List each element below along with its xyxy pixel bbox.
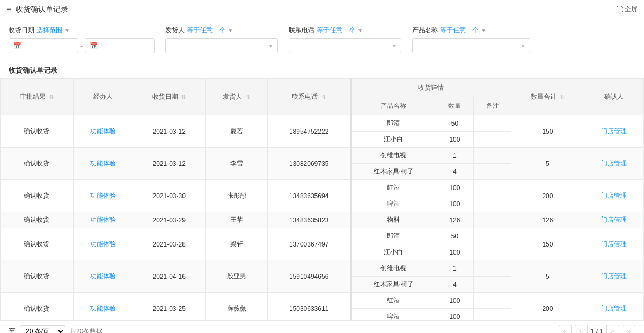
next-page-button[interactable]: > xyxy=(606,325,619,333)
cell-phone: 13700367497 xyxy=(267,228,350,260)
phone-filter-arrow[interactable]: ▼ xyxy=(357,27,363,33)
cell-product: 郎酒 xyxy=(351,115,436,132)
fullscreen-button[interactable]: ⛶ 全屏 xyxy=(616,5,638,14)
cell-sender: 王苹 xyxy=(206,212,267,228)
sort-result-icon[interactable]: ⇅ xyxy=(49,94,54,100)
cell-remark xyxy=(473,212,511,228)
total-text: 共20条数据 xyxy=(70,327,103,334)
footer-left: 至 20 条/页 50 条/页 100 条/页 共20条数据 xyxy=(9,325,103,333)
fullscreen-icon: ⛶ xyxy=(616,6,623,13)
cell-confirmer[interactable]: 门店管理 xyxy=(584,260,643,293)
filter-bar: 收货日期 选择范围 ▼ 📅 - 📅 发货人 等于任意一个 ▼ ▼ 联系电话 xyxy=(0,19,644,60)
sender-filter-label: 发货人 等于任意一个 ▼ xyxy=(165,26,278,35)
cell-total: 126 xyxy=(511,212,584,228)
header-left: ≡ 收货确认单记录 xyxy=(6,5,68,15)
cell-total: 5 xyxy=(511,260,584,293)
cell-result: 确认收货 xyxy=(1,260,74,293)
cell-product: 啤酒 xyxy=(351,309,436,321)
footer: 至 20 条/页 50 条/页 100 条/页 共20条数据 « < 1 / 1… xyxy=(0,320,644,333)
cell-total: 150 xyxy=(511,115,584,148)
cell-date: 2021-03-30 xyxy=(133,180,206,212)
table-container: 审批结果 ⇅ 经办人 收货日期 ⇅ 发货人 ⇅ 联系电话 ⇅ xyxy=(0,78,644,320)
cell-confirmer[interactable]: 门店管理 xyxy=(584,148,643,180)
cell-remark xyxy=(473,115,511,132)
cell-remark xyxy=(473,180,511,196)
page-size-select[interactable]: 20 条/页 50 条/页 100 条/页 xyxy=(20,325,65,333)
sender-filter-option[interactable]: 等于任意一个 xyxy=(187,26,225,35)
cell-remark xyxy=(473,132,511,148)
page-info: 1 / 1 xyxy=(591,328,603,333)
cell-quantity: 50 xyxy=(436,115,473,132)
cell-result: 确认收货 xyxy=(1,180,74,212)
cell-total: 5 xyxy=(511,148,584,180)
footer-right: « < 1 / 1 > » xyxy=(559,325,635,333)
cell-operator[interactable]: 功能体验 xyxy=(73,148,133,180)
cell-quantity: 100 xyxy=(436,196,473,212)
sort-sender-icon[interactable]: ⇅ xyxy=(246,94,250,100)
cell-quantity: 1 xyxy=(436,148,473,164)
col-total: 数量合计 ⇅ xyxy=(511,79,584,115)
sender-filter-arrow[interactable]: ▼ xyxy=(228,27,233,33)
cell-phone: 15030633611 xyxy=(267,293,350,321)
cell-operator[interactable]: 功能体验 xyxy=(73,212,133,228)
cell-confirmer[interactable]: 门店管理 xyxy=(584,212,643,228)
last-page-button[interactable]: » xyxy=(623,325,635,333)
product-filter-group: 产品名称 等于任意一个 ▼ ▼ xyxy=(412,26,530,53)
cell-operator[interactable]: 功能体验 xyxy=(73,260,133,293)
cell-operator[interactable]: 功能体验 xyxy=(73,180,133,212)
phone-filter-option[interactable]: 等于任意一个 xyxy=(317,26,355,35)
cell-sender: 梁轩 xyxy=(206,228,267,260)
cell-remark xyxy=(473,260,511,277)
cell-date: 2021-03-25 xyxy=(133,293,206,321)
col-quantity: 数量 xyxy=(436,97,473,115)
cell-sender: 李雪 xyxy=(206,148,267,180)
date-start-input[interactable]: 📅 xyxy=(9,38,78,53)
first-page-button[interactable]: « xyxy=(559,325,572,333)
cell-operator[interactable]: 功能体验 xyxy=(73,115,133,148)
table-row: 确认收货功能体验2021-03-30张彤彤13483635694红酒100200… xyxy=(1,180,644,196)
table-row: 确认收货功能体验2021-03-29王苹13483635823物料126126门… xyxy=(1,212,644,228)
cell-product: 江小白 xyxy=(351,244,436,260)
cell-remark xyxy=(473,293,511,309)
sender-filter-select[interactable]: ▼ xyxy=(165,38,278,53)
date-filter-inputs: 📅 - 📅 xyxy=(9,38,155,53)
sort-date-icon[interactable]: ⇅ xyxy=(181,94,186,100)
cell-phone: 13082069735 xyxy=(267,148,350,180)
cell-sender: 薛薇薇 xyxy=(206,293,267,321)
cell-confirmer[interactable]: 门店管理 xyxy=(584,180,643,212)
table-row: 确认收货功能体验2021-03-12夏若18954752222郎酒50150门店… xyxy=(1,115,644,132)
table-row: 确认收货功能体验2021-03-12李雪13082069735创维电视15门店管… xyxy=(1,148,644,164)
date-end-input[interactable]: 📅 xyxy=(85,38,155,53)
date-filter-arrow[interactable]: ▼ xyxy=(64,27,70,33)
cell-confirmer[interactable]: 门店管理 xyxy=(584,293,643,321)
sort-phone-icon[interactable]: ⇅ xyxy=(321,94,326,100)
fullscreen-label: 全屏 xyxy=(625,5,638,14)
cell-result: 确认收货 xyxy=(1,115,74,148)
menu-icon[interactable]: ≡ xyxy=(6,5,11,15)
phone-select-arrow: ▼ xyxy=(391,43,397,49)
cell-quantity: 100 xyxy=(436,244,473,260)
prev-page-button[interactable]: < xyxy=(575,325,588,333)
col-operator: 经办人 xyxy=(73,79,133,115)
section-title: 收货确认单记录 xyxy=(0,60,644,78)
phone-filter-select[interactable]: ▼ xyxy=(289,38,401,53)
cell-remark xyxy=(473,196,511,212)
cell-product: 红木家具·椅子 xyxy=(351,277,436,293)
product-select-arrow: ▼ xyxy=(520,43,525,49)
page-title: 收货确认单记录 xyxy=(16,5,68,15)
product-filter-select[interactable]: ▼ xyxy=(412,38,530,53)
product-filter-arrow[interactable]: ▼ xyxy=(481,27,486,33)
cell-operator[interactable]: 功能体验 xyxy=(73,228,133,260)
sender-filter-group: 发货人 等于任意一个 ▼ ▼ xyxy=(165,26,278,53)
sort-total-icon[interactable]: ⇅ xyxy=(560,94,565,100)
product-filter-option[interactable]: 等于任意一个 xyxy=(440,26,479,35)
cell-confirmer[interactable]: 门店管理 xyxy=(584,228,643,260)
col-detail-group: 收货详情 xyxy=(351,79,511,97)
date-filter-option[interactable]: 选择范围 xyxy=(36,26,62,35)
cell-confirmer[interactable]: 门店管理 xyxy=(584,115,643,148)
cell-phone: 15910494656 xyxy=(267,260,350,293)
cell-operator[interactable]: 功能体验 xyxy=(73,293,133,321)
col-date: 收货日期 ⇅ xyxy=(133,79,206,115)
cell-quantity: 50 xyxy=(436,228,473,244)
col-phone: 联系电话 ⇅ xyxy=(267,79,350,115)
